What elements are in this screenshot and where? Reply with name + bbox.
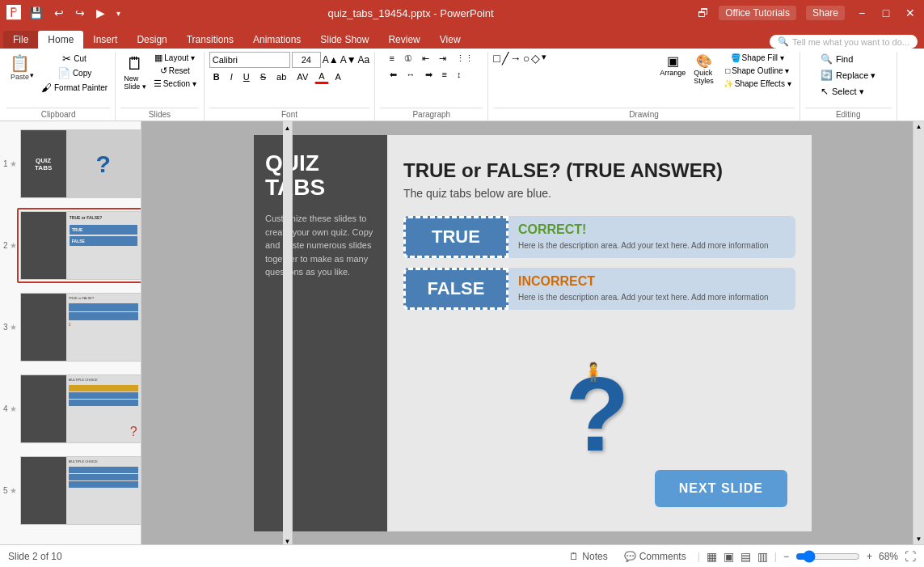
font-name-input[interactable] xyxy=(209,52,290,68)
italic-button[interactable]: I xyxy=(226,70,237,83)
align-right[interactable]: ➡ xyxy=(421,68,437,82)
left-scrollbar[interactable]: ▲ ▼ xyxy=(283,121,293,544)
align-left[interactable]: ⬅ xyxy=(386,68,401,82)
true-answer-button[interactable]: TRUE CORRECT! Here is the description ar… xyxy=(403,216,795,258)
justify[interactable]: ≡ xyxy=(438,68,451,82)
clipboard-label: Clipboard xyxy=(6,108,110,121)
shadow-button[interactable]: ab xyxy=(272,70,290,83)
slide-panel[interactable]: 1 ★ QUIZTABS ? 2 ★ xyxy=(0,121,141,544)
bullets-button[interactable]: ≡ xyxy=(386,52,399,66)
tab-design[interactable]: Design xyxy=(127,31,176,49)
view-reading[interactable]: ▤ xyxy=(740,550,751,563)
slide-1-number: 1 xyxy=(3,159,8,168)
cut-button[interactable]: ✂Cut xyxy=(39,52,110,66)
shape-diamond[interactable]: ◇ xyxy=(531,52,540,65)
restore-button[interactable]: 🗗 xyxy=(698,6,709,19)
tab-insert[interactable]: Insert xyxy=(83,31,127,49)
align-center[interactable]: ↔ xyxy=(403,68,420,82)
comments-label: Comments xyxy=(639,551,686,562)
search-bar[interactable]: 🔍 Tell me what you want to do... xyxy=(770,35,918,49)
replace-button[interactable]: 🔄Replace ▾ xyxy=(817,68,879,83)
slide-1-star: ★ xyxy=(10,159,17,168)
share-button[interactable]: Share xyxy=(806,6,845,20)
tab-transitions[interactable]: Transitions xyxy=(177,31,243,49)
notes-button[interactable]: 🗒 Notes xyxy=(564,549,612,564)
tab-animations[interactable]: Animations xyxy=(243,31,310,49)
reset-button[interactable]: ↺Reset xyxy=(151,65,199,77)
separator-2: | xyxy=(774,551,777,562)
new-slide-button[interactable]: 🗒 NewSlide ▾ xyxy=(120,52,150,92)
slide-1-container: 1 ★ QUIZTABS ? xyxy=(3,126,137,201)
underline-button[interactable]: U xyxy=(239,70,254,83)
ribbon-tabs: File Home Insert Design Transitions Anim… xyxy=(0,26,924,49)
strikethrough-button[interactable]: S xyxy=(256,70,270,83)
clear-format[interactable]: Aa xyxy=(358,54,370,66)
find-button[interactable]: 🔍Find xyxy=(817,52,856,66)
quick-styles-button[interactable]: 🎨 QuickStyles xyxy=(690,52,717,87)
tab-home[interactable]: Home xyxy=(38,31,83,49)
zoom-slider[interactable] xyxy=(795,550,860,563)
format-painter-button[interactable]: 🖌Format Painter xyxy=(39,81,110,95)
font-size-input[interactable] xyxy=(292,52,321,68)
font-size-increase[interactable]: A▲ xyxy=(323,54,339,66)
shape-line[interactable]: ╱ xyxy=(502,52,508,65)
select-button[interactable]: ↖Select ▾ xyxy=(817,84,867,99)
increase-indent[interactable]: ⇥ xyxy=(435,52,450,66)
quick-undo[interactable]: ↩ xyxy=(51,6,67,19)
arrange-button[interactable]: ▣ Arrange xyxy=(658,52,687,78)
view-slideshow[interactable]: ▥ xyxy=(757,550,768,563)
view-slide-sorter[interactable]: ▣ xyxy=(724,550,734,563)
tab-slideshow[interactable]: Slide Show xyxy=(310,31,378,49)
slide-2-number: 2 xyxy=(3,241,8,250)
drawing-content: □ ╱ → ○ ◇ ▾ ▣ Arrange 🎨 QuickStyles xyxy=(493,52,794,108)
close-button[interactable]: ✕ xyxy=(903,8,918,18)
quick-save[interactable]: 💾 xyxy=(26,6,46,19)
quick-redo[interactable]: ↪ xyxy=(72,6,88,19)
comments-icon: 💬 xyxy=(624,551,636,562)
paste-button[interactable]: 📋 Paste ▾ xyxy=(6,52,37,83)
slide-5-thumb[interactable]: MULTIPLE CHOICE xyxy=(17,453,141,528)
tab-review[interactable]: Review xyxy=(378,31,429,49)
slide-4-thumb[interactable]: MULTIPLE CHOICE ? xyxy=(17,371,141,446)
line-spacing[interactable]: ↕ xyxy=(453,68,466,82)
font-size-decrease[interactable]: A▼ xyxy=(340,54,357,66)
fit-slide[interactable]: ⛶ xyxy=(905,550,916,563)
zoom-in[interactable]: + xyxy=(867,551,872,562)
search-label[interactable]: Tell me what you want to do... xyxy=(792,37,909,47)
minimize-button[interactable]: − xyxy=(854,8,869,18)
shape-rect[interactable]: □ xyxy=(493,52,500,65)
font-color-button[interactable]: A xyxy=(314,70,328,84)
highlight-button[interactable]: A xyxy=(331,70,345,83)
maximize-button[interactable]: □ xyxy=(879,8,893,18)
text-columns[interactable]: ⋮⋮ xyxy=(452,52,478,66)
spacing-button[interactable]: AV xyxy=(293,70,312,83)
view-normal[interactable]: ▦ xyxy=(707,550,717,563)
shape-fill-button[interactable]: 🪣Shape Fill ▾ xyxy=(720,52,795,64)
shape-outline-button[interactable]: □Shape Outline ▾ xyxy=(720,65,795,77)
slide-3-thumb[interactable]: TRUE or FALSE? 2 xyxy=(17,290,141,365)
numbering-button[interactable]: ① xyxy=(400,52,416,66)
section-button[interactable]: ☰Section ▾ xyxy=(151,78,199,90)
comments-button[interactable]: 💬 Comments xyxy=(619,549,691,564)
tab-view[interactable]: View xyxy=(430,31,470,49)
bold-button[interactable]: B xyxy=(209,70,224,83)
editing-content: 🔍Find 🔄Replace ▾ ↖Select ▾ xyxy=(817,52,879,108)
slide-2-thumb[interactable]: TRUE or FALSE? TRUE FALSE xyxy=(17,208,141,283)
next-slide-button[interactable]: NEXT SLIDE xyxy=(655,470,787,507)
quick-dropdown[interactable]: ▾ xyxy=(113,9,124,18)
quick-play[interactable]: ▶ xyxy=(93,6,108,19)
right-scrollbar[interactable]: ▲ ▼ xyxy=(913,121,924,544)
zoom-out[interactable]: − xyxy=(783,551,789,562)
shape-circle[interactable]: ○ xyxy=(523,52,530,65)
shape-arrow[interactable]: → xyxy=(510,52,521,65)
decrease-indent[interactable]: ⇤ xyxy=(418,52,433,66)
slide-1-thumb[interactable]: QUIZTABS ? xyxy=(17,126,141,201)
false-answer-button[interactable]: FALSE INCORRECT Here is the description … xyxy=(403,268,795,310)
shape-more[interactable]: ▾ xyxy=(542,52,546,65)
slides-content: 🗒 NewSlide ▾ ▦Layout ▾ ↺Reset ☰Section ▾ xyxy=(120,52,199,108)
copy-button[interactable]: 📄Copy xyxy=(39,66,110,80)
office-tutorials[interactable]: Office Tutorials xyxy=(719,6,796,20)
layout-button[interactable]: ▦Layout ▾ xyxy=(151,52,199,64)
tab-file[interactable]: File xyxy=(3,31,38,49)
shape-effects-button[interactable]: ✨Shape Effects ▾ xyxy=(720,78,795,90)
